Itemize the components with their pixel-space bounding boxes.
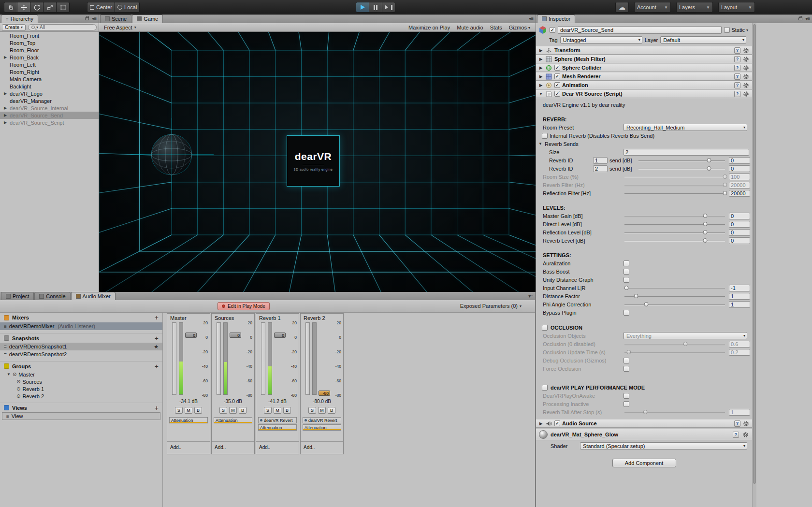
aspect-dropdown[interactable]: Free Aspect▾ [101,24,139,31]
input-channel-slider[interactable] [624,284,727,292]
gear-icon[interactable] [742,90,750,98]
static-toggle[interactable]: Static ▾ [724,27,749,33]
tab-project[interactable]: Project [1,292,34,300]
processing-inactive-checkbox[interactable] [624,401,629,407]
panel-menu-icon[interactable]: ▾≡ [92,16,96,21]
gear-icon[interactable] [742,64,750,72]
phi-correction-field[interactable]: 1 [729,301,750,308]
help-icon[interactable]: ? [734,420,740,427]
distance-factor-slider[interactable] [624,292,727,300]
add-view-button[interactable]: + [155,404,159,412]
foldout-icon[interactable]: ▶ [3,113,8,117]
tab-console[interactable]: Console [34,292,70,300]
room-size-field[interactable]: 100 [729,174,750,180]
input-channel-field[interactable]: -1 [729,285,750,291]
mute-audio-button[interactable]: Mute audio [453,24,486,31]
force-occlusion-checkbox[interactable] [624,366,629,372]
component-mesh-renderer[interactable]: ▶ Mesh Renderer ? [536,72,752,81]
maximize-on-play-button[interactable]: Maximize on Play [405,24,453,31]
internal-reverb-checkbox[interactable] [542,133,548,139]
distance-graph-checkbox[interactable] [624,277,629,283]
mute-button[interactable]: M [229,407,237,414]
effect-slot[interactable]: Attenuation [214,417,252,423]
occlusion-update-slider[interactable] [624,348,727,356]
view-item[interactable]: ≡ View [2,412,160,420]
help-icon[interactable]: ? [734,82,740,88]
effect-slot[interactable]: dearVR Revert [258,417,297,423]
edit-in-play-mode-button[interactable]: Edit in Play Mode [218,302,270,310]
fader-value-badge[interactable]: 0 [274,333,286,338]
inspector-scrollbar[interactable] [752,23,756,507]
help-icon[interactable]: ? [734,65,740,71]
occlusion-amount-field[interactable]: 0.6 [729,341,750,348]
debug-occlusion-checkbox[interactable] [624,358,629,363]
solo-button[interactable]: S [308,407,316,414]
reverb-id-field[interactable]: 1 [593,157,608,164]
size-field[interactable]: 2 [624,149,749,156]
occlusion-update-field[interactable]: 0.2 [729,349,750,356]
lock-icon[interactable] [798,17,802,20]
group-item-sources[interactable]: ⊙ Sources [0,378,162,385]
tab-audio-mixer[interactable]: Audio Mixer [71,292,116,300]
active-checkbox[interactable] [550,27,555,33]
rect-tool-button[interactable] [56,2,70,13]
hierarchy-item-selected[interactable]: ▶dearVR_Source_Send [0,112,99,119]
hierarchy-item[interactable]: Room_Floor [0,46,99,54]
effect-slot[interactable]: dearVR Revert [303,417,341,423]
reverb-level-slider[interactable] [624,237,727,245]
play-button[interactable] [356,2,369,13]
add-group-button[interactable]: + [155,362,159,370]
foldout-icon[interactable]: ▶ [3,106,8,110]
foldout-icon[interactable]: ▶ [3,55,8,59]
fader-value-badge[interactable]: 0 [185,333,197,338]
hierarchy-item[interactable]: Room_Right [0,68,99,75]
solo-button[interactable]: S [175,407,183,414]
bypass-button[interactable]: B [283,407,291,414]
bass-boost-checkbox[interactable] [624,269,629,275]
visibility-icon[interactable]: ⊙ [16,386,20,391]
hand-tool-button[interactable] [4,2,17,13]
reflection-level-slider[interactable] [624,229,727,236]
rotate-tool-button[interactable] [30,2,44,13]
reverb-level-field[interactable]: 0 [729,237,750,244]
gameobject-name-field[interactable]: dearVR_Source_Send [558,26,722,34]
static-checkbox[interactable] [724,27,730,33]
component-sphere-collider[interactable]: ▶ Sphere Collider ? [536,63,752,72]
performance-mode-checkbox[interactable] [542,385,548,391]
visibility-icon[interactable]: ⊙ [16,379,20,384]
pivot-toggle-button[interactable]: Center [87,2,115,13]
tag-dropdown[interactable]: Untagged▾ [560,36,642,43]
component-dearvr-source[interactable]: ▼ Dear VR Source (Script) ? [536,89,752,98]
bypass-button[interactable]: B [328,407,335,414]
stats-button[interactable]: Stats [487,24,506,31]
panel-menu-icon[interactable]: ▾≡ [529,16,533,21]
exposed-parameters-dropdown[interactable]: Exposed Parameters (0)▾ [460,303,522,309]
add-mixer-button[interactable]: + [155,314,159,321]
component-audio-source[interactable]: ▶ Audio Source ? [536,419,752,428]
foldout-icon[interactable]: ▼ [7,372,11,377]
volume-fader[interactable] [217,322,221,395]
layer-dropdown[interactable]: Default▾ [660,36,746,43]
move-tool-button[interactable] [17,2,30,13]
bypass-button[interactable]: B [239,407,246,414]
group-item-reverb1[interactable]: ⊙ Reverb 1 [0,385,162,392]
pause-button[interactable] [369,2,382,13]
help-icon[interactable]: ? [734,91,740,97]
reverb-id-field[interactable]: 2 [593,165,608,172]
bypass-plugin-checkbox[interactable] [624,310,629,316]
component-mesh-filter[interactable]: ▶ Sphere (Mesh Filter) ? [536,55,752,63]
solo-button[interactable]: S [264,407,272,414]
hierarchy-item[interactable]: ▶dearVR_Source_Internal [0,104,99,112]
foldout-icon[interactable]: ▶ [538,74,543,79]
foldout-icon[interactable]: ▶ [3,91,8,96]
direct-level-slider[interactable] [624,220,727,228]
reflection-filter-field[interactable]: 20000 [729,190,750,197]
master-gain-slider[interactable] [624,212,727,220]
tab-inspector[interactable]: Inspector [537,14,575,23]
foldout-icon[interactable]: ▶ [3,120,8,125]
tab-scene[interactable]: Scene [100,14,131,23]
volume-fader[interactable] [261,322,265,395]
tab-hierarchy[interactable]: ≡ Hierarchy [1,14,38,23]
room-size-slider[interactable] [624,173,727,181]
foldout-icon[interactable]: ▶ [538,57,543,61]
